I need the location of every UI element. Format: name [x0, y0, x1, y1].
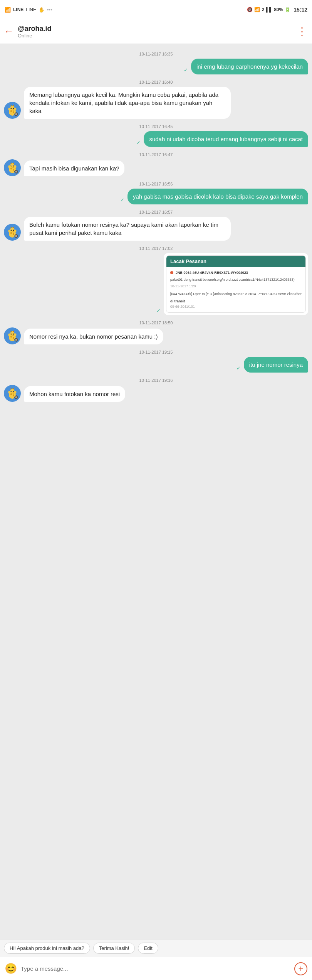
svg-point-7	[13, 108, 14, 109]
message-bubble-sent: yah gabisa mas gabisa dicolok kalo bisa …	[127, 189, 308, 204]
message-bubble-image: Lacak Pesanan JNE-0064-46U-4R4V4N-RB9XS7…	[164, 253, 308, 315]
contact-status: Online	[18, 33, 293, 39]
add-button[interactable]: +	[294, 962, 307, 975]
svg-point-14	[8, 108, 10, 111]
svg-rect-87	[17, 339, 18, 340]
quick-reply-button[interactable]: Edit	[138, 943, 158, 954]
carrier1-icon: 📶	[5, 7, 11, 13]
toolbar-info: @aroha.id Online	[18, 25, 293, 39]
more-button[interactable]: ⋮	[297, 25, 308, 38]
tracking-body: JNE-0064-46U-4R4V4N-RB9XS71-WY004023 pak…	[166, 267, 305, 312]
svg-point-70	[13, 337, 14, 339]
svg-point-80	[8, 334, 10, 336]
svg-point-75	[13, 334, 14, 334]
message-bubble-received: Memang lubangnya agak kecil ka. Mungkin …	[24, 87, 231, 119]
avatar	[4, 327, 21, 344]
avatar	[4, 385, 21, 402]
message-row: Tapi masih bisa digunakan kan ka?	[4, 159, 308, 176]
signal-icon: 2	[262, 7, 264, 12]
svg-point-79	[13, 331, 14, 332]
tracking-dot	[170, 271, 173, 274]
svg-point-47	[10, 232, 12, 234]
svg-point-36	[8, 165, 10, 168]
dots-status: •••	[47, 7, 52, 13]
svg-point-69	[10, 336, 12, 338]
svg-point-13	[13, 105, 14, 106]
svg-point-97	[13, 391, 14, 391]
svg-point-39	[15, 171, 17, 173]
message-status: ✓	[120, 197, 124, 203]
message-timestamp: 10-11-2017 18:50	[4, 320, 308, 325]
svg-point-101	[13, 388, 14, 390]
input-bar: 😊 +	[0, 957, 312, 980]
svg-point-25	[10, 168, 12, 170]
svg-point-103	[15, 391, 17, 394]
status-right: 🔇 📶 2 ▌▌ 80% 🔋 15:12	[247, 7, 307, 13]
message-bubble-sent: ini emg lubang earphonenya yg kekecilan	[191, 59, 308, 74]
message-row: Memang lubangnya agak kecil ka. Mungkin …	[4, 87, 308, 119]
chat-area: 10-11-2017 16:35 ✓ ini emg lubang earpho…	[0, 44, 312, 939]
svg-rect-19	[16, 115, 17, 116]
message-row: ✓ sudah ni udah dicoba terud emang luban…	[4, 131, 308, 147]
battery-label: 80%	[274, 7, 283, 12]
svg-rect-86	[14, 339, 15, 340]
svg-point-81	[15, 334, 17, 336]
svg-rect-85	[16, 341, 17, 342]
svg-rect-42	[14, 171, 15, 172]
message-row: ✓ ini emg lubang earphonenya yg kekecila…	[4, 59, 308, 74]
message-timestamp: 10-11-2017 16:40	[4, 80, 308, 84]
back-button[interactable]: ←	[4, 25, 14, 37]
avatar	[4, 159, 21, 176]
signal-bars: ▌▌	[266, 7, 272, 12]
message-row: ✓ Lacak Pesanan JNE-0064-46U-4R4V4N-RB9X…	[4, 253, 308, 315]
time-label: 15:12	[294, 7, 307, 13]
svg-point-31	[13, 165, 14, 166]
avatar	[4, 102, 21, 119]
svg-point-100	[11, 388, 12, 390]
message-row: Nomor resi nya ka, bukan nomor pesanan k…	[4, 327, 308, 344]
svg-point-28	[11, 165, 12, 167]
message-bubble-received: Tapi masih bisa digunakan kan ka?	[24, 160, 124, 176]
svg-rect-40	[16, 170, 17, 171]
emoji-button[interactable]: 😊	[5, 963, 17, 975]
quick-reply-button[interactable]: Hi! Apakah produk ini masih ada?	[4, 943, 90, 954]
svg-point-9	[13, 108, 14, 108]
svg-point-35	[13, 163, 14, 164]
svg-point-4	[13, 111, 14, 113]
svg-point-37	[15, 165, 17, 168]
message-status: ✓	[184, 67, 188, 73]
svg-point-17	[15, 113, 17, 115]
message-timestamp: 10-11-2017 16:47	[4, 152, 308, 157]
battery-icon: 🔋	[285, 7, 290, 12]
message-timestamp: 10-11-2017 16:45	[4, 124, 308, 129]
svg-rect-41	[16, 173, 17, 174]
svg-point-12	[11, 105, 12, 106]
svg-rect-108	[14, 397, 15, 398]
message-status: ✓	[156, 308, 161, 314]
quick-reply-button[interactable]: Terima Kasih!	[93, 943, 135, 954]
svg-rect-20	[14, 114, 15, 115]
mute-icon: 🔇	[247, 7, 253, 12]
toolbar: ← @aroha.id Online ⋮	[0, 19, 312, 44]
hand-icon: ✋	[39, 7, 45, 13]
svg-point-72	[11, 334, 12, 335]
message-row: ✓ itu jne nomor resinya	[4, 357, 308, 373]
svg-point-105	[15, 396, 17, 398]
message-timestamp: 10-11-2017 16:57	[4, 210, 308, 214]
svg-point-52	[11, 230, 12, 230]
message-input[interactable]	[21, 965, 290, 972]
svg-point-34	[11, 163, 12, 164]
svg-point-30	[11, 165, 12, 166]
carrier2-icon: LINE	[26, 7, 36, 12]
tracking-resi: JNE-0064-46U-4R4V4N-RB9XS71-WY004023	[176, 270, 248, 276]
svg-rect-64	[14, 236, 15, 236]
message-row: ✓ yah gabisa mas gabisa dicolok kalo bis…	[4, 189, 308, 204]
tracking-image: Lacak Pesanan JNE-0064-46U-4R4V4N-RB9XS7…	[166, 255, 306, 313]
svg-point-92	[13, 395, 14, 396]
svg-point-83	[15, 339, 17, 341]
svg-rect-107	[16, 398, 17, 400]
message-bubble-received: Mohon kamu fotokan ka nomor resi	[24, 386, 125, 402]
svg-point-3	[10, 110, 12, 112]
svg-point-53	[13, 230, 14, 230]
svg-point-57	[13, 227, 14, 228]
